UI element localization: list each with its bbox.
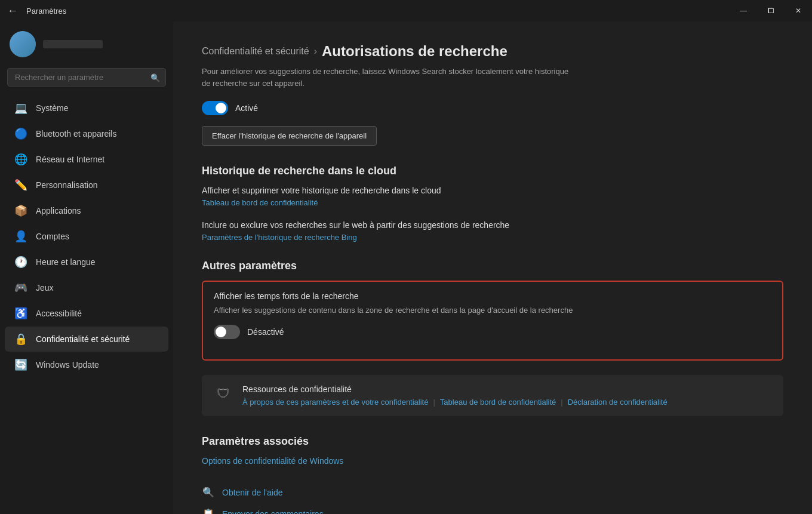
main-toggle-row: Activé	[202, 101, 783, 115]
help-label-help: Obtenir de l'aide	[222, 488, 283, 497]
page-title: Autorisations de recherche	[322, 43, 508, 60]
app-body: 🔍 💻Système🔵Bluetooth et appareils🌐Réseau…	[0, 21, 812, 514]
sidebar-item-perso[interactable]: ✏️Personnalisation	[5, 173, 168, 198]
bing-history-link[interactable]: Paramètres de l'historique de recherche …	[202, 233, 357, 242]
highlight-toggle[interactable]	[214, 325, 240, 339]
privacy-resources-card: 🛡 Ressources de confidentialité À propos…	[202, 375, 783, 416]
help-item-help[interactable]: 🔍Obtenir de l'aide	[202, 486, 783, 499]
nav-label-perso: Personnalisation	[36, 180, 98, 190]
titlebar-left: ← Paramètres	[7, 5, 66, 17]
cloud-setting-block: Afficher et supprimer votre historique d…	[202, 186, 783, 207]
help-icon-help: 🔍	[202, 486, 215, 499]
nav-icon-perso: ✏️	[14, 178, 27, 192]
sidebar-item-jeux[interactable]: 🎮Jeux	[5, 275, 168, 300]
nav-icon-systeme: 💻	[14, 101, 27, 115]
avatar-image	[10, 31, 36, 57]
help-item-feedback[interactable]: 📋Envoyer des commentaires	[202, 507, 783, 515]
nav-icon-update: 🔄	[14, 358, 27, 371]
privacy-link-2[interactable]: Tableau de bord de confidentialité	[440, 398, 556, 407]
cloud-setting-label: Afficher et supprimer votre historique d…	[202, 186, 783, 195]
maximize-button[interactable]: ⧠	[757, 0, 785, 21]
nav-label-bluetooth: Bluetooth et appareils	[36, 129, 116, 138]
nav-icon-jeux: 🎮	[14, 281, 27, 294]
back-button[interactable]: ←	[7, 5, 18, 17]
privacy-sep-1: |	[433, 398, 435, 407]
profile-name	[43, 40, 103, 48]
titlebar: ← Paramètres — ⧠ ✕	[0, 0, 812, 21]
highlight-title: Afficher les temps forts de la recherche	[214, 291, 771, 301]
privacy-resources-content: Ressources de confidentialité À propos d…	[242, 384, 668, 407]
sidebar-item-heure[interactable]: 🕐Heure et langue	[5, 250, 168, 275]
nav-icon-heure: 🕐	[14, 256, 27, 269]
clear-history-button[interactable]: Effacer l'historique de recherche de l'a…	[202, 126, 377, 146]
cloud-section-title: Historique de recherche dans le cloud	[202, 165, 783, 177]
sidebar-item-apps[interactable]: 📦Applications	[5, 198, 168, 223]
nav-icon-reseau: 🌐	[14, 153, 27, 166]
sidebar-profile	[0, 21, 173, 64]
nav-label-systeme: Système	[36, 103, 68, 113]
page-description: Pour améliorer vos suggestions de recher…	[202, 66, 572, 89]
nav-label-update: Windows Update	[36, 360, 99, 370]
highlight-toggle-label: Désactivé	[247, 327, 284, 337]
nav-icon-comptes: 👤	[14, 230, 27, 243]
help-icon-feedback: 📋	[202, 507, 215, 515]
nav-label-jeux: Jeux	[36, 283, 54, 293]
shield-icon: 🛡	[214, 384, 233, 404]
sidebar-item-comptes[interactable]: 👤Comptes	[5, 224, 168, 249]
search-icon: 🔍	[150, 73, 160, 82]
other-section-title: Autres paramètres	[202, 260, 783, 272]
sidebar-item-reseau[interactable]: 🌐Réseau et Internet	[5, 147, 168, 172]
help-section: 🔍Obtenir de l'aide📋Envoyer des commentai…	[202, 486, 783, 515]
main-toggle-label: Activé	[235, 103, 258, 113]
privacy-resources-title: Ressources de confidentialité	[242, 384, 668, 394]
bing-setting-label: Inclure ou exclure vos recherches sur le…	[202, 220, 783, 230]
privacy-sep-2: |	[561, 398, 562, 407]
nav-icon-bluetooth: 🔵	[14, 127, 27, 140]
privacy-links: À propos de ces paramètres et de votre c…	[242, 398, 668, 407]
assoc-link[interactable]: Options de confidentialité de Windows	[202, 456, 343, 466]
assoc-section-title: Paramètres associés	[202, 435, 783, 448]
sidebar: 🔍 💻Système🔵Bluetooth et appareils🌐Réseau…	[0, 21, 173, 514]
nav-icon-apps: 📦	[14, 204, 27, 217]
breadcrumb: Confidentialité et sécurité › Autorisati…	[202, 43, 783, 60]
titlebar-controls: — ⧠ ✕	[730, 0, 812, 21]
sidebar-item-update[interactable]: 🔄Windows Update	[5, 352, 168, 377]
nav-label-heure: Heure et langue	[36, 257, 96, 267]
breadcrumb-parent: Confidentialité et sécurité	[202, 46, 309, 57]
bing-setting-block: Inclure ou exclure vos recherches sur le…	[202, 220, 783, 242]
nav-icon-confidentialite: 🔒	[14, 333, 27, 346]
toggle-knob	[216, 103, 226, 113]
nav-label-access: Accessibilité	[36, 309, 82, 318]
search-input[interactable]	[7, 68, 166, 87]
sidebar-item-systeme[interactable]: 💻Système	[5, 96, 168, 121]
highlight-toggle-knob	[216, 327, 226, 337]
highlight-toggle-row: Désactivé	[214, 325, 771, 339]
search-box: 🔍	[7, 68, 166, 87]
titlebar-title: Paramètres	[26, 7, 66, 16]
avatar	[10, 31, 36, 57]
breadcrumb-separator: ›	[314, 46, 317, 57]
nav-label-apps: Applications	[36, 206, 81, 216]
nav-label-comptes: Comptes	[36, 232, 69, 241]
sidebar-item-access[interactable]: ♿Accessibilité	[5, 301, 168, 326]
main-toggle[interactable]	[202, 101, 228, 115]
privacy-link-1[interactable]: À propos de ces paramètres et de votre c…	[242, 398, 428, 407]
privacy-link-3[interactable]: Déclaration de confidentialité	[568, 398, 668, 407]
nav-label-reseau: Réseau et Internet	[36, 155, 104, 164]
highlight-card: Afficher les temps forts de la recherche…	[202, 281, 783, 361]
nav-list: 💻Système🔵Bluetooth et appareils🌐Réseau e…	[0, 95, 173, 378]
sidebar-item-confidentialite[interactable]: 🔒Confidentialité et sécurité	[5, 327, 168, 352]
cloud-dashboard-link[interactable]: Tableau de bord de confidentialité	[202, 198, 318, 207]
sidebar-item-bluetooth[interactable]: 🔵Bluetooth et appareils	[5, 121, 168, 146]
highlight-desc: Afficher les suggestions de contenu dans…	[214, 304, 771, 316]
help-label-feedback: Envoyer des commentaires	[222, 509, 324, 515]
nav-label-confidentialite: Confidentialité et sécurité	[36, 334, 130, 344]
close-button[interactable]: ✕	[785, 0, 812, 21]
nav-icon-access: ♿	[14, 307, 27, 320]
minimize-button[interactable]: —	[730, 0, 757, 21]
content-area: Confidentialité et sécurité › Autorisati…	[173, 21, 812, 514]
